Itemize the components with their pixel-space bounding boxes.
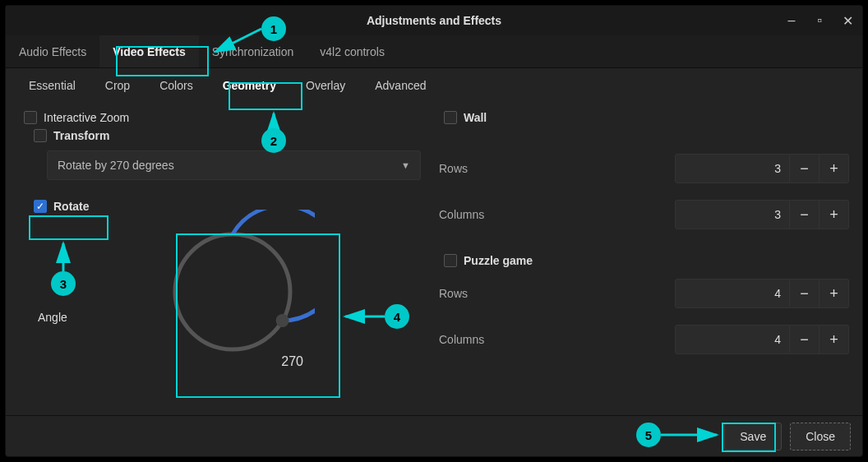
titlebar: Adjustments and Effects – ▫ ✕ xyxy=(6,6,862,35)
close-button[interactable]: Close xyxy=(790,423,851,450)
svg-point-0 xyxy=(175,234,290,349)
primary-tabs: Audio Effects Video Effects Synchronizat… xyxy=(6,35,862,68)
minimize-button[interactable]: – xyxy=(783,13,800,28)
interactive-zoom-checkbox[interactable] xyxy=(24,111,37,124)
subtab-advanced[interactable]: Advanced xyxy=(360,68,441,103)
wall-rows-decrement[interactable]: − xyxy=(790,154,820,183)
wall-cols-increment[interactable]: + xyxy=(820,200,849,229)
puzzle-cols-label: Columns xyxy=(439,333,675,346)
dialog-footer: Save Close xyxy=(6,415,862,456)
puzzle-cols-stepper: − + xyxy=(675,325,849,354)
puzzle-rows-stepper: − + xyxy=(675,279,849,308)
subtab-colors[interactable]: Colors xyxy=(145,68,207,103)
wall-rows-stepper: − + xyxy=(675,154,849,183)
dial-svg xyxy=(150,210,315,374)
angle-label: Angle xyxy=(38,311,67,324)
chevron-down-icon: ▼ xyxy=(401,160,410,170)
subtab-overlay[interactable]: Overlay xyxy=(291,68,360,103)
right-column: Wall Rows − + Columns − + xyxy=(434,106,854,407)
subtab-essential[interactable]: Essential xyxy=(14,68,90,103)
content-area: Interactive Zoom Transform Rotate by 270… xyxy=(6,103,862,415)
window-title: Adjustments and Effects xyxy=(367,14,501,27)
angle-value: 270 xyxy=(281,354,303,369)
puzzle-cols-input[interactable] xyxy=(675,325,790,354)
puzzle-rows-decrement[interactable]: − xyxy=(790,279,820,308)
interactive-zoom-label: Interactive Zoom xyxy=(44,111,129,124)
subtab-crop[interactable]: Crop xyxy=(90,68,145,103)
dialog-window: Adjustments and Effects – ▫ ✕ Audio Effe… xyxy=(5,5,863,457)
save-button[interactable]: Save xyxy=(724,423,782,450)
left-column: Interactive Zoom Transform Rotate by 270… xyxy=(14,106,434,407)
svg-point-1 xyxy=(276,314,289,327)
tab-audio-effects[interactable]: Audio Effects xyxy=(6,35,99,67)
subtab-geometry[interactable]: Geometry xyxy=(208,68,291,103)
transform-select-value: Rotate by 270 degrees xyxy=(58,159,174,172)
puzzle-cols-increment[interactable]: + xyxy=(820,325,849,354)
tab-video-effects[interactable]: Video Effects xyxy=(99,35,198,67)
puzzle-rows-input[interactable] xyxy=(675,279,790,308)
close-window-button[interactable]: ✕ xyxy=(839,13,856,29)
wall-checkbox[interactable] xyxy=(444,111,457,124)
puzzle-checkbox[interactable] xyxy=(444,254,457,267)
puzzle-label: Puzzle game xyxy=(464,254,533,267)
puzzle-cols-decrement[interactable]: − xyxy=(790,325,820,354)
wall-cols-stepper: − + xyxy=(675,200,849,229)
puzzle-rows-label: Rows xyxy=(439,287,675,300)
wall-cols-label: Columns xyxy=(439,208,675,221)
tab-v4l2-controls[interactable]: v4l2 controls xyxy=(307,35,398,67)
wall-cols-input[interactable] xyxy=(675,200,790,229)
transform-select[interactable]: Rotate by 270 degrees ▼ xyxy=(47,150,421,180)
wall-rows-input[interactable] xyxy=(675,154,790,183)
puzzle-rows-increment[interactable]: + xyxy=(820,279,849,308)
wall-rows-increment[interactable]: + xyxy=(820,154,849,183)
maximize-button[interactable]: ▫ xyxy=(811,13,828,28)
transform-label: Transform xyxy=(53,129,109,142)
transform-checkbox[interactable] xyxy=(34,129,47,142)
rotate-label: Rotate xyxy=(53,200,90,213)
titlebar-controls: – ▫ ✕ xyxy=(783,6,856,35)
wall-label: Wall xyxy=(464,111,487,124)
wall-cols-decrement[interactable]: − xyxy=(790,200,820,229)
rotate-checkbox[interactable] xyxy=(34,200,47,213)
tab-synchronization[interactable]: Synchronization xyxy=(199,35,307,67)
secondary-tabs: Essential Crop Colors Geometry Overlay A… xyxy=(6,68,862,103)
wall-rows-label: Rows xyxy=(439,162,675,175)
angle-dial[interactable]: 270 xyxy=(150,210,315,374)
